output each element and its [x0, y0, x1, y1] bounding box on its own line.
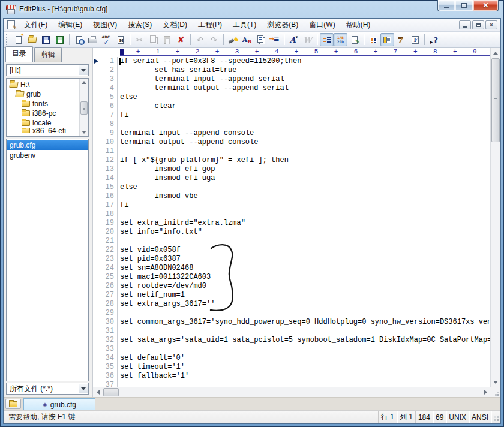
scroll-left-icon[interactable] [94, 388, 102, 396]
document-folder-button[interactable] [5, 399, 21, 409]
menu-browser[interactable]: 浏览器(B) [262, 18, 304, 32]
file-filter-arrow-icon[interactable] [79, 384, 88, 393]
line-margin[interactable] [93, 129, 101, 138]
document-tab-grub-cfg[interactable]: grub.cfg [23, 398, 95, 410]
tree-item[interactable]: H:\ [8, 80, 79, 89]
menu-tools[interactable]: 工具(T) [227, 18, 262, 32]
column-marker-button[interactable] [334, 33, 347, 46]
close-button[interactable]: ✕ [473, 0, 499, 11]
drive-select[interactable]: [H:] [6, 64, 89, 76]
edit-settings-button[interactable] [347, 33, 361, 46]
horizontal-scrollbar[interactable] [93, 387, 490, 397]
find-button[interactable] [226, 33, 240, 46]
open-file-button[interactable] [25, 33, 39, 46]
save-all-button[interactable] [53, 33, 67, 46]
code-line[interactable]: 10terminal_output --append console [93, 138, 490, 147]
line-margin[interactable] [93, 66, 101, 75]
line-margin[interactable] [93, 228, 101, 237]
menu-search[interactable]: 搜索(S) [122, 18, 157, 32]
minimize-button[interactable] [437, 0, 455, 11]
code-line[interactable]: 36set fallback='1' [93, 372, 490, 381]
line-margin[interactable] [93, 210, 101, 219]
code-line[interactable]: 11 [93, 147, 490, 156]
code-line[interactable]: 17fi [93, 201, 490, 210]
line-margin[interactable] [93, 300, 101, 309]
tree-scrollbar[interactable] [79, 79, 88, 136]
save-button[interactable] [39, 33, 53, 46]
tree-item[interactable]: grub [8, 89, 79, 99]
line-margin[interactable] [93, 264, 101, 273]
context-help-button[interactable] [427, 33, 441, 46]
line-margin[interactable] [93, 363, 101, 372]
file-list-item[interactable]: grub.cfg [7, 140, 88, 150]
code-line[interactable]: 13 insmod efi_gop [93, 165, 490, 174]
code-line[interactable]: 23set pid=0x6387 [93, 255, 490, 264]
line-numbers-button[interactable] [320, 33, 334, 46]
line-margin[interactable] [93, 219, 101, 228]
scroll-down-icon[interactable] [80, 128, 88, 136]
line-margin[interactable] [93, 147, 101, 156]
code-line[interactable]: 34set default='0' [93, 354, 490, 363]
vertical-scrollbar-thumb[interactable] [491, 58, 500, 142]
line-margin[interactable] [93, 273, 101, 282]
line-margin[interactable] [93, 165, 101, 174]
scroll-down-icon[interactable] [491, 378, 500, 386]
line-margin[interactable] [93, 381, 101, 387]
document-menu-icon[interactable] [7, 20, 15, 29]
function-list-button[interactable] [408, 33, 422, 46]
menu-help[interactable]: 帮助(H) [341, 18, 376, 32]
file-list-item[interactable]: grubenv [7, 150, 88, 160]
code-line[interactable]: 37 [93, 381, 490, 387]
line-margin[interactable] [93, 102, 101, 111]
line-margin[interactable] [93, 327, 101, 336]
line-margin[interactable] [93, 138, 101, 147]
scroll-up-icon[interactable] [80, 79, 88, 86]
line-margin[interactable] [93, 309, 101, 318]
line-margin[interactable] [93, 156, 101, 165]
maximize-button[interactable] [455, 0, 473, 11]
code-line[interactable]: 22set vid=0x058f [93, 246, 490, 255]
code-line[interactable]: 21 [93, 237, 490, 246]
tree-item[interactable]: i386-pc [8, 109, 79, 118]
line-margin[interactable] [93, 372, 101, 381]
code-line[interactable]: 30set common_args_3617='syno_hdd_powerup… [93, 318, 490, 327]
menu-edit[interactable]: 编辑(E) [53, 18, 88, 32]
html-toolbar-button[interactable] [113, 33, 127, 46]
code-line[interactable]: 24set sn=A8ODN02468 [93, 264, 490, 273]
menu-document[interactable]: 文档(D) [157, 18, 193, 32]
copy-button[interactable] [146, 33, 160, 46]
code-line[interactable]: 5else [93, 93, 490, 102]
file-filter-select[interactable]: 所有文件 (*.*) [6, 383, 89, 395]
line-margin[interactable] [93, 291, 101, 300]
code-line[interactable]: 28set extra_args_3617='' [93, 300, 490, 309]
menu-window[interactable]: 窗口(W) [304, 18, 340, 32]
menu-view[interactable]: 视图(V) [88, 18, 122, 32]
cut-button[interactable] [133, 33, 146, 46]
code-line[interactable]: 2 set has_serial=true [93, 66, 490, 75]
line-margin[interactable] [93, 354, 101, 363]
new-file-button[interactable] [11, 33, 25, 46]
line-margin[interactable] [93, 282, 101, 291]
code-line[interactable]: 25set mac1=0011322CA603 [93, 273, 490, 282]
sidebar-tab-cliptext[interactable]: 剪辑 [34, 47, 62, 62]
menu-project[interactable]: 工程(P) [193, 18, 227, 32]
line-margin[interactable] [93, 183, 101, 192]
line-margin[interactable] [93, 318, 101, 327]
scroll-right-icon[interactable] [481, 388, 490, 396]
menu-file[interactable]: 文件(F) [19, 18, 53, 32]
word-wrap-button[interactable] [301, 33, 314, 46]
code-editor[interactable]: ---+----1----+----2----+----3----+----4-… [92, 48, 500, 397]
title-bar[interactable]: EditPlus - [H:\grub\grub.cfg] ✕ [1, 1, 503, 17]
line-margin[interactable] [93, 57, 101, 66]
document-list-button[interactable] [367, 33, 380, 46]
line-margin[interactable] [93, 93, 101, 102]
line-margin[interactable] [93, 111, 101, 120]
line-margin[interactable] [93, 120, 101, 129]
code-line[interactable]: 7fi [93, 111, 490, 120]
drive-select-arrow-icon[interactable] [79, 65, 88, 75]
code-line[interactable]: 12if [ x"${grub_platform}" = xefi ]; the… [93, 156, 490, 165]
vertical-scrollbar[interactable] [490, 48, 500, 387]
find-in-files-button[interactable] [254, 33, 268, 46]
code-line[interactable]: 8 [93, 120, 490, 129]
code-line[interactable]: 4 terminal_output --append serial [93, 84, 490, 93]
